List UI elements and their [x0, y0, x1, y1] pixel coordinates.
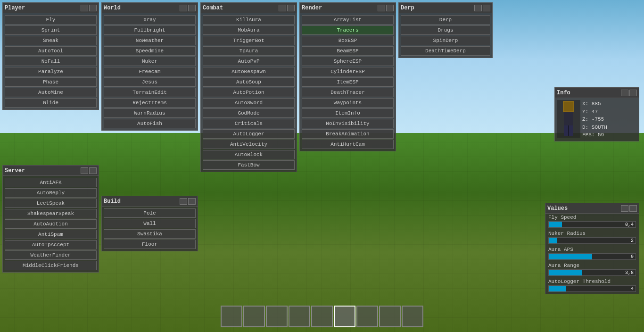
info-panel-btn2[interactable]: [629, 90, 637, 96]
antiafk-button[interactable]: AntiAFK: [5, 178, 97, 187]
floor-button[interactable]: Floor: [104, 240, 196, 249]
derp-panel-btn2[interactable]: [483, 5, 490, 11]
hotbar-slot-2[interactable]: [243, 306, 265, 327]
player-panel-btn2[interactable]: [89, 5, 97, 11]
noinvisibility-button[interactable]: NoInvisibility: [302, 119, 394, 128]
hotbar-slot-5[interactable]: [311, 306, 333, 327]
tpaura-button[interactable]: TpAura: [203, 46, 295, 56]
autoblock-button[interactable]: AutoBlock: [203, 150, 295, 159]
mobaura-button[interactable]: MobAura: [203, 25, 295, 35]
autopotion-button[interactable]: AutoPotion: [203, 88, 295, 97]
godmode-button[interactable]: GodMode: [203, 108, 295, 118]
swastika-button[interactable]: Swastika: [104, 229, 196, 239]
world-panel-btn2[interactable]: [188, 5, 196, 11]
rejectitems-button[interactable]: RejectItems: [104, 98, 196, 108]
nuker-button[interactable]: Nuker: [104, 57, 196, 66]
combat-panel-btn1[interactable]: [279, 5, 286, 11]
wall-button[interactable]: Wall: [104, 219, 196, 228]
aura-range-track[interactable]: 3,8: [548, 269, 636, 276]
render-panel-content: ArrayList Tracers BoxESP BeamESP SphereE…: [300, 13, 396, 151]
autotool-button[interactable]: AutoTool: [5, 46, 97, 56]
autoreply-button[interactable]: AutoReply: [5, 188, 97, 198]
render-panel-header: Render: [300, 3, 396, 13]
combat-panel-btn2[interactable]: [287, 5, 295, 11]
world-panel: World Xray Fullbright NoWeather Speedmin…: [101, 2, 198, 131]
antivelocity-button[interactable]: AntiVelocity: [203, 140, 295, 149]
paralyze-button[interactable]: Paralyze: [5, 67, 97, 76]
fly-button[interactable]: Fly: [5, 15, 97, 25]
cylinderesp-button[interactable]: CylinderESP: [302, 67, 394, 76]
hotbar-slot-8[interactable]: [379, 306, 401, 327]
sphereesp-button[interactable]: SphereESP: [302, 57, 394, 66]
phase-button[interactable]: Phase: [5, 77, 97, 87]
jesus-button[interactable]: Jesus: [104, 77, 196, 87]
deathtimederp-button[interactable]: DeathTimeDerp: [401, 46, 490, 56]
autologger-button[interactable]: AutoLogger: [203, 129, 295, 139]
hotbar-slot-3[interactable]: [266, 306, 288, 327]
render-panel-btn1[interactable]: [378, 5, 385, 11]
autofish-button[interactable]: AutoFish: [104, 119, 196, 128]
server-panel-btn1[interactable]: [81, 167, 88, 174]
antispam-button[interactable]: AntiSpam: [5, 230, 97, 239]
freecam-button[interactable]: Freecam: [104, 67, 196, 76]
drugs-button[interactable]: Drugs: [401, 25, 490, 35]
autorespawn-button[interactable]: AutoRespawn: [203, 67, 295, 76]
server-panel-btn2[interactable]: [89, 167, 97, 174]
build-panel-btn2[interactable]: [188, 198, 196, 205]
terrainedit-button[interactable]: TerrainEdit: [104, 88, 196, 97]
boxesp-button[interactable]: BoxESP: [302, 36, 394, 45]
leetspeak-button[interactable]: LeetSpeak: [5, 199, 97, 208]
autoauction-button[interactable]: AutoAuction: [5, 219, 97, 229]
fastbow-button[interactable]: FastBow: [203, 160, 295, 170]
derp-panel-btn1[interactable]: [474, 5, 482, 11]
world-panel-btn1[interactable]: [180, 5, 187, 11]
beamesp-button[interactable]: BeamESP: [302, 46, 394, 56]
render-panel-btn2[interactable]: [386, 5, 394, 11]
build-panel-btn1[interactable]: [180, 198, 187, 205]
autosoup-button[interactable]: AutoSoup: [203, 77, 295, 87]
killaura-button[interactable]: KillAura: [203, 15, 295, 25]
pole-button[interactable]: Pole: [104, 208, 196, 218]
criticals-button[interactable]: Criticals: [203, 119, 295, 128]
iteminfo-button[interactable]: ItemInfo: [302, 108, 394, 118]
breakanimation-button[interactable]: BreakAnimation: [302, 129, 394, 139]
nuker-radius-track[interactable]: 2: [548, 237, 636, 244]
fullbright-button[interactable]: Fullbright: [104, 25, 196, 35]
aura-aps-track[interactable]: 9: [548, 253, 636, 260]
nofall-button[interactable]: NoFall: [5, 57, 97, 66]
antihurtcam-button[interactable]: AntiHurtCam: [302, 140, 394, 149]
noweather-button[interactable]: NoWeather: [104, 36, 196, 45]
hotbar-slot-7[interactable]: [356, 306, 378, 327]
itemesp-button[interactable]: ItemESP: [302, 77, 394, 87]
info-panel-btn1[interactable]: [621, 90, 628, 96]
xray-button[interactable]: Xray: [104, 15, 196, 25]
autotpaccept-button[interactable]: AutoTpAccept: [5, 240, 97, 249]
hotbar-slot-4[interactable]: [289, 306, 310, 327]
shakespearspeak-button[interactable]: ShakespearSpeak: [5, 209, 97, 218]
hotbar-slot-6[interactable]: [334, 306, 355, 327]
weatherfinder-button[interactable]: WeatherFinder: [5, 250, 97, 260]
middleclickfriends-button[interactable]: MiddleClickFriends: [5, 261, 97, 270]
warnradius-button[interactable]: WarnRadius: [104, 108, 196, 118]
tracers-button[interactable]: Tracers: [302, 25, 394, 35]
player-panel-btn1[interactable]: [81, 5, 88, 11]
fly-speed-track[interactable]: 0,4: [548, 221, 636, 228]
hotbar-slot-1[interactable]: [221, 306, 242, 327]
sprint-button[interactable]: Sprint: [5, 25, 97, 35]
hotbar-slot-9[interactable]: [402, 306, 423, 327]
autologger-threshold-track[interactable]: 4: [548, 285, 636, 292]
triggerbot-button[interactable]: TriggerBot: [203, 36, 295, 45]
waypoints-button[interactable]: Waypoints: [302, 98, 394, 108]
values-panel-btn2[interactable]: [629, 205, 637, 212]
deathtracer-button[interactable]: DeathTracer: [302, 88, 394, 97]
values-panel-btn1[interactable]: [621, 205, 628, 212]
automine-button[interactable]: AutoMine: [5, 88, 97, 97]
autosword-button[interactable]: AutoSword: [203, 98, 295, 108]
speedmine-button[interactable]: Speedmine: [104, 46, 196, 56]
arraylist-button[interactable]: ArrayList: [302, 15, 394, 25]
spinderp-button[interactable]: SpinDerp: [401, 36, 490, 45]
sneak-button[interactable]: Sneak: [5, 36, 97, 45]
glide-button[interactable]: Glide: [5, 98, 97, 108]
autopvp-button[interactable]: AutoPvP: [203, 57, 295, 66]
derp-button[interactable]: Derp: [401, 15, 490, 25]
